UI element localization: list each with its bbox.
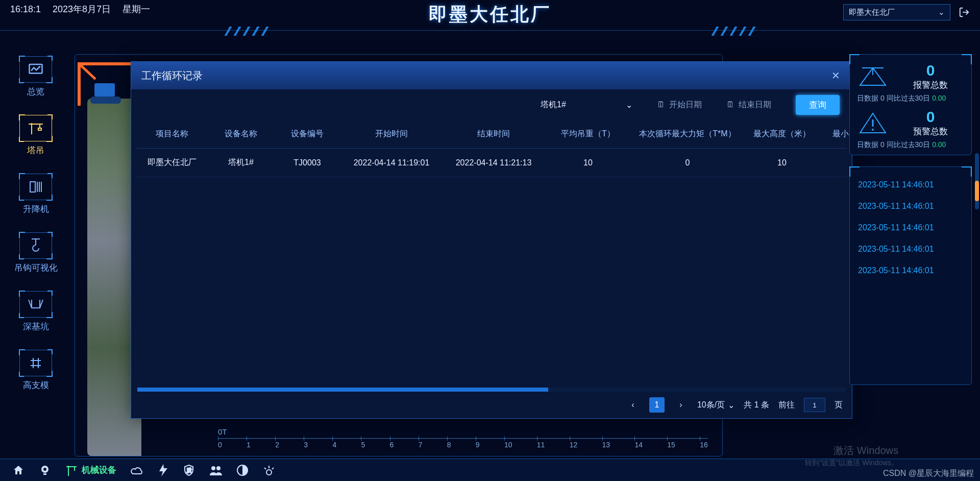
csdn-watermark: CSDN @星辰大海里编程 (883, 468, 974, 479)
log-item[interactable]: 2023-05-11 14:46:01 (857, 196, 964, 217)
log-item[interactable]: 2023-05-11 14:46:01 (857, 174, 964, 196)
log-item[interactable]: 2023-05-11 14:46:01 (857, 260, 964, 281)
stats-card: 0 报警总数 日数据 0 同比过去30日0.00 0 预警总数 日数据 0 同比… (849, 54, 972, 155)
page-goto-input[interactable] (804, 398, 825, 412)
bolt-button[interactable] (158, 464, 168, 476)
log-item[interactable]: 2023-05-11 14:46:01 (857, 217, 964, 238)
site-select[interactable]: 即墨大任北厂 ⌄ (843, 4, 950, 20)
nav-foundation-pit[interactable]: 深基坑 (5, 291, 66, 332)
warn-label: 预警总数 (897, 126, 964, 137)
alarm-icon (857, 64, 889, 89)
alarm-label: 报警总数 (897, 79, 964, 91)
weather-button[interactable] (131, 465, 144, 476)
svg-point-37 (266, 470, 272, 475)
nav-foundation-pit-label: 深基坑 (23, 321, 49, 332)
light-button[interactable] (262, 465, 276, 476)
nav-tower-crane[interactable]: 塔吊 (5, 115, 66, 156)
home-button[interactable] (12, 464, 24, 476)
grid-icon (29, 356, 43, 370)
people-button[interactable] (209, 465, 223, 476)
ruler-tick: 6 (390, 441, 394, 449)
work-cycle-modal: 工作循环记录 ✕ 塔机1# ⌄ 🗓 开始日期 🗓 结束日期 查询 项目名称 设备… (131, 61, 852, 419)
camera-icon (39, 464, 51, 476)
col-deviceid: 设备编号 (274, 129, 340, 139)
modal-title: 工作循环记录 (141, 69, 203, 83)
query-button[interactable]: 查询 (796, 95, 840, 115)
page-scrollbar[interactable] (975, 153, 979, 209)
ruler-label: 0T (218, 427, 708, 436)
device-select[interactable]: 塔机1# ⌄ (541, 100, 632, 110)
end-date-input[interactable]: 🗓 结束日期 (726, 100, 771, 110)
ruler-tick: 10 (504, 441, 512, 449)
right-column: 0 报警总数 日数据 0 同比过去30日0.00 0 预警总数 日数据 0 同比… (849, 54, 972, 385)
bolt-icon (158, 464, 168, 476)
svg-marker-32 (159, 464, 167, 476)
svg-point-34 (211, 466, 215, 470)
quality-button[interactable]: 质 (183, 464, 195, 476)
cell: 10 (545, 158, 631, 167)
col-min: 最小 (820, 129, 852, 139)
nav-overview[interactable]: 总览 (5, 56, 66, 98)
equipment-button[interactable]: 机械设备 (65, 464, 116, 477)
page-total: 共 1 条 (744, 400, 769, 411)
log-item[interactable]: 2023-05-11 14:46:01 (857, 238, 964, 260)
chevron-down-icon: ⌄ (626, 100, 632, 110)
hook-icon (29, 238, 43, 253)
col-avgweight: 平均吊重（T） (545, 129, 631, 139)
svg-line-39 (264, 468, 266, 469)
equipment-label: 机械设备 (82, 464, 116, 476)
scrollbar-thumb[interactable] (137, 388, 548, 392)
contrast-button[interactable] (237, 465, 248, 476)
ruler-tick: 9 (476, 441, 480, 449)
calendar-icon: 🗓 (726, 100, 734, 109)
svg-rect-6 (30, 182, 35, 192)
monitor-icon (28, 63, 43, 76)
log-card: 2023-05-11 14:46:01 2023-05-11 14:46:01 … (849, 166, 972, 385)
warn-count: 0 (897, 108, 964, 126)
nav-high-formwork[interactable]: 高支模 (5, 350, 66, 391)
page-prev-button[interactable]: ‹ (626, 398, 640, 412)
col-end: 结束时间 (443, 129, 545, 139)
contrast-icon (237, 465, 248, 476)
table: 项目名称 设备名称 设备编号 开始时间 结束时间 平均吊重（T） 本次循环最大力… (131, 120, 852, 384)
page-next-button[interactable]: › (674, 398, 688, 412)
col-device: 设备名称 (208, 129, 274, 139)
modal-header: 工作循环记录 ✕ (131, 62, 852, 89)
cell: 即墨大任北厂 (136, 157, 208, 168)
shield-icon: 质 (183, 464, 195, 476)
cell: 2022-04-14 11:21:13 (443, 158, 545, 167)
ruler-tick: 8 (447, 441, 451, 449)
page-size-select[interactable]: 10条/页 ⌄ (697, 400, 734, 411)
clock-time: 16:18:1 (10, 4, 41, 14)
svg-rect-5 (38, 128, 41, 130)
ruler-tick: 3 (304, 441, 308, 449)
nav-high-formwork-label: 高支模 (23, 379, 49, 391)
pit-icon (28, 298, 44, 311)
nav-elevator[interactable]: 升降机 (5, 174, 66, 215)
warn-icon (857, 111, 889, 135)
start-date-input[interactable]: 🗓 开始日期 (657, 100, 702, 110)
ruler-tick: 14 (634, 441, 643, 449)
ruler-tick: 4 (332, 441, 336, 449)
modal-close-button[interactable]: ✕ (829, 69, 842, 82)
header: 16:18:1 2023年8月7日 星期一 即墨大任北厂 即墨大任北厂 ⌄ (0, 0, 980, 31)
table-row[interactable]: 即墨大任北厂 塔机1# TJ0003 2022-04-14 11:19:01 2… (136, 149, 847, 177)
svg-line-40 (272, 468, 274, 469)
device-select-value: 塔机1# (541, 100, 566, 110)
ruler-tick: 5 (361, 441, 365, 449)
modal-filters: 塔机1# ⌄ 🗓 开始日期 🗓 结束日期 查询 (131, 89, 852, 120)
page-current[interactable]: 1 (649, 397, 665, 413)
svg-point-25 (872, 129, 874, 131)
logout-button[interactable] (958, 6, 971, 19)
table-hscrollbar[interactable] (137, 388, 846, 392)
nav-overview-label: 总览 (27, 86, 44, 98)
camera-button[interactable] (39, 464, 51, 476)
home-icon (12, 464, 24, 476)
header-decoration (0, 27, 980, 41)
cloud-icon (131, 465, 144, 476)
nav-tower-crane-label: 塔吊 (27, 145, 44, 156)
pagination: ‹ 1 › 10条/页 ⌄ 共 1 条 前往 页 (131, 392, 852, 418)
weight-ruler: 0T 012345678910111213141516 (218, 427, 708, 449)
svg-point-27 (43, 468, 46, 471)
nav-hook-visual[interactable]: 吊钩可视化 (5, 232, 66, 274)
